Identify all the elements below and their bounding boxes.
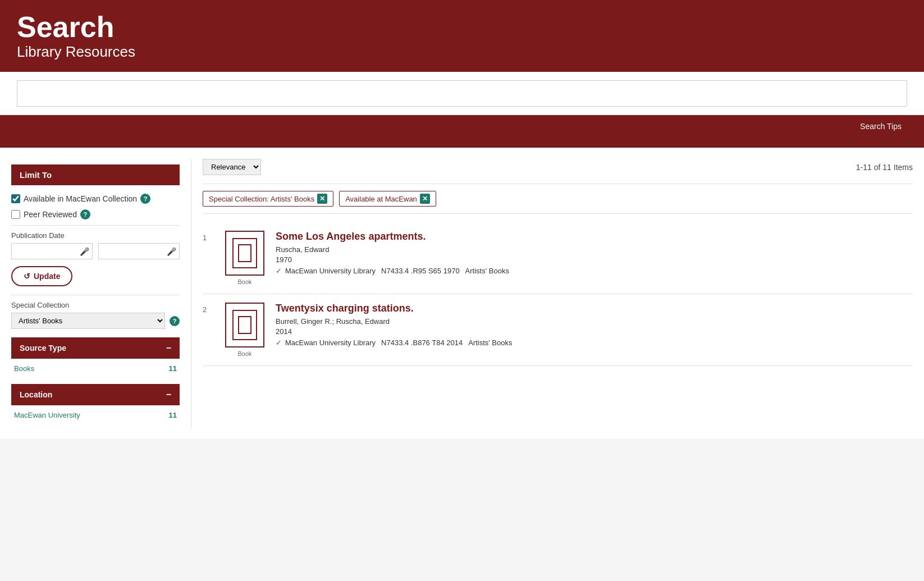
update-label: Update xyxy=(34,272,60,281)
remove-filter-artists-books-button[interactable]: ✕ xyxy=(317,194,327,204)
source-type-items: Books 11 xyxy=(11,362,180,376)
search-bar-container: edward ruscha xyxy=(0,72,924,115)
sidebar: Limit To Available in MacEwan Collection… xyxy=(0,159,191,428)
result-info-1: Some Los Angeles apartments. Ruscha, Edw… xyxy=(276,231,913,285)
call-number-1: N7433.4 .R95 S65 1970 xyxy=(381,267,460,275)
results-count: 1-11 of 11 Items xyxy=(856,163,913,172)
special-collection-select[interactable]: Artists' Books None xyxy=(11,313,165,329)
peer-reviewed-checkbox[interactable] xyxy=(11,210,20,219)
book-inner-2 xyxy=(232,310,257,340)
location-label: Location xyxy=(20,390,52,399)
location-items: MacEwan University 11 xyxy=(11,408,180,422)
limit-to-header: Limit To xyxy=(11,164,180,185)
sidebar-divider-1 xyxy=(11,225,180,226)
page-title-resources: Library Resources xyxy=(17,43,907,61)
location-name-2: MacEwan University Library xyxy=(285,338,376,347)
special-collection-label: Special Collection xyxy=(11,301,180,309)
sidebar-divider-2 xyxy=(11,295,180,295)
active-filter-available-macewan: Available at MacEwan ✕ xyxy=(339,191,436,207)
available-macewan-label: Available in MacEwan Collection xyxy=(24,194,137,203)
active-filter-artists-books: Special Collection: Artists' Books ✕ xyxy=(203,191,333,207)
location-toggle: − xyxy=(166,390,171,400)
update-button[interactable]: ↺ Update xyxy=(11,266,72,286)
sort-select[interactable]: Relevance Date Title Author xyxy=(203,159,261,175)
available-macewan-help-icon[interactable]: ? xyxy=(140,194,150,204)
results-toolbar: Relevance Date Title Author 1-11 of 11 I… xyxy=(203,159,913,175)
book-icon-1 xyxy=(225,231,264,276)
update-icon: ↺ xyxy=(24,272,30,281)
result-author-1: Ruscha, Edward xyxy=(276,245,913,254)
source-type-item-books: Books 11 xyxy=(11,362,180,376)
book-inner-1 xyxy=(232,238,257,268)
book-icon-2 xyxy=(225,303,264,347)
pub-date-from-wrap: 🎤 xyxy=(11,243,93,259)
result-number-2: 2 xyxy=(203,303,214,357)
source-type-toggle: − xyxy=(166,343,171,353)
pub-date-label: Publication Date xyxy=(11,231,180,240)
result-item-1: 1 Book Some Los Angeles apartments. Rusc… xyxy=(203,222,913,294)
result-author-2: Burrell, Ginger R.; Ruscha, Edward xyxy=(276,317,913,326)
peer-reviewed-help-icon[interactable]: ? xyxy=(80,209,90,219)
source-type-link-books[interactable]: Books xyxy=(14,364,34,373)
special-collection-help-icon[interactable]: ? xyxy=(170,316,180,326)
active-filter-available-macewan-label: Available at MacEwan xyxy=(345,195,417,203)
pub-date-to-wrap: 🎤 xyxy=(98,243,180,259)
result-location-1: ✓ MacEwan University Library N7433.4 .R9… xyxy=(276,267,913,275)
result-thumb-2: Book xyxy=(222,303,267,357)
pub-date-row: 🎤 🎤 xyxy=(11,243,180,259)
source-type-label: Source Type xyxy=(20,344,66,353)
search-tips-link[interactable]: Search Tips xyxy=(17,122,907,131)
result-location-2: ✓ MacEwan University Library N7433.4 .B8… xyxy=(276,338,913,347)
remove-filter-available-macewan-button[interactable]: ✕ xyxy=(420,194,430,204)
result-title-2[interactable]: Twentysix charging stations. xyxy=(276,303,913,314)
pub-date-to-mic-icon[interactable]: 🎤 xyxy=(167,247,176,256)
result-info-2: Twentysix charging stations. Burrell, Gi… xyxy=(276,303,913,357)
location-name-1: MacEwan University Library xyxy=(285,267,376,275)
special-collection-row: Artists' Books None ? xyxy=(11,313,180,329)
page-title-search: Search xyxy=(17,11,907,43)
result-thumb-1: Book xyxy=(222,231,267,285)
location-section-header[interactable]: Location − xyxy=(11,384,180,405)
peer-reviewed-row: Peer Reviewed ? xyxy=(11,209,180,219)
result-item-2: 2 Book Twentysix charging stations. Burr… xyxy=(203,294,913,366)
page-header: Search Library Resources edward ruscha S… xyxy=(0,0,924,148)
check-icon-2: ✓ xyxy=(276,338,282,347)
result-year-1: 1970 xyxy=(276,255,913,264)
results-area: Relevance Date Title Author 1-11 of 11 I… xyxy=(191,159,924,428)
check-icon-1: ✓ xyxy=(276,267,282,275)
location-item-macewan: MacEwan University 11 xyxy=(11,408,180,422)
collection-name-1: Artists' Books xyxy=(465,267,509,275)
result-type-2: Book xyxy=(237,350,251,357)
active-filter-artists-books-label: Special Collection: Artists' Books xyxy=(209,195,314,203)
available-macewan-checkbox[interactable] xyxy=(11,194,20,203)
source-type-count-books: 11 xyxy=(169,364,177,373)
peer-reviewed-label: Peer Reviewed xyxy=(24,210,77,219)
result-title-1[interactable]: Some Los Angeles apartments. xyxy=(276,231,913,243)
available-macewan-row: Available in MacEwan Collection ? xyxy=(11,194,180,204)
collection-name-2: Artists' Books xyxy=(468,338,512,347)
pub-date-from-mic-icon[interactable]: 🎤 xyxy=(80,247,89,256)
main-content: Limit To Available in MacEwan Collection… xyxy=(0,148,924,439)
search-input[interactable]: edward ruscha xyxy=(17,80,907,107)
result-year-2: 2014 xyxy=(276,327,913,336)
location-link-macewan[interactable]: MacEwan University xyxy=(14,411,80,419)
result-number-1: 1 xyxy=(203,231,214,285)
result-type-1: Book xyxy=(237,278,251,285)
location-count-macewan: 11 xyxy=(169,411,177,419)
active-filters: Special Collection: Artists' Books ✕ Ava… xyxy=(203,184,913,214)
call-number-2: N7433.4 .B876 T84 2014 xyxy=(381,338,463,347)
source-type-section-header[interactable]: Source Type − xyxy=(11,337,180,359)
